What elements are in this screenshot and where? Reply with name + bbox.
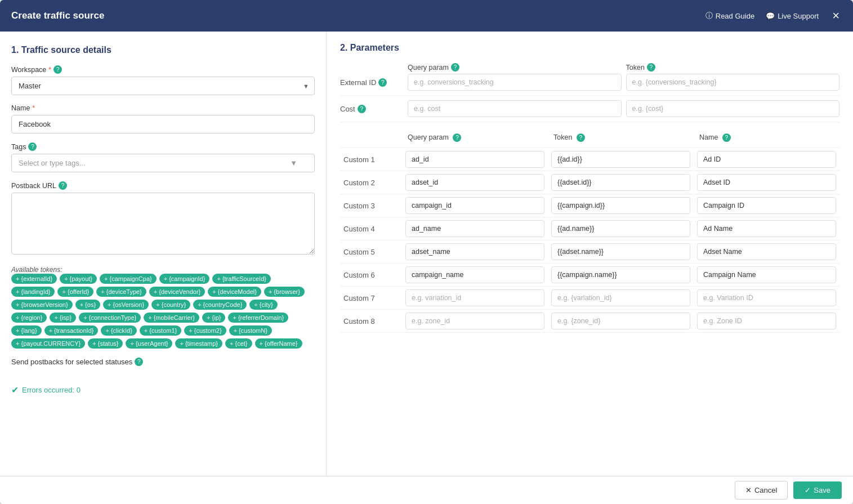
token-badge[interactable]: + {deviceVendor} (149, 287, 206, 297)
custom-8-name-input[interactable] (697, 313, 836, 329)
token-badge[interactable]: + {osVersion} (103, 300, 149, 310)
name-input[interactable] (11, 115, 315, 133)
workspace-select[interactable]: Master (11, 77, 315, 95)
close-button[interactable]: × (830, 10, 842, 22)
th-token-help-icon[interactable]: ? (577, 133, 585, 142)
cost-label: Cost ? (340, 105, 408, 113)
external-id-help-icon[interactable]: ? (378, 78, 387, 87)
token-badge[interactable]: + {externalId} (11, 274, 57, 284)
custom-4-name-input[interactable] (697, 220, 836, 237)
modal-title: Create traffic source (11, 10, 104, 21)
token-badge[interactable]: + {deviceType} (96, 287, 146, 297)
custom-2-token-input[interactable] (551, 174, 690, 191)
th-name-help-icon[interactable]: ? (722, 133, 731, 142)
token-badge[interactable]: + {os} (75, 300, 100, 310)
token-badge[interactable]: + {campaignId} (159, 274, 210, 284)
custom-1-token-input[interactable] (551, 151, 690, 168)
workspace-select-wrapper: Master ▼ (11, 77, 315, 95)
token-badge[interactable]: + {payout.CURRENCY} (11, 338, 85, 349)
tags-help-icon[interactable]: ? (28, 142, 37, 151)
token-badge[interactable]: + {campaignCpa} (100, 274, 157, 284)
custom-3-name-input[interactable] (697, 197, 836, 214)
token-badge[interactable]: + {custom1} (140, 325, 181, 336)
token-badge[interactable]: + {lang} (11, 325, 42, 336)
token-badge[interactable]: + {region} (11, 313, 47, 323)
token-badge[interactable]: + {offerId} (57, 287, 93, 297)
token-badge[interactable]: + {payout} (60, 274, 97, 284)
custom-5-name-input[interactable] (697, 243, 836, 260)
custom-1-name-input[interactable] (697, 151, 836, 168)
top-header-labels: Query param ? Token ? (408, 63, 839, 72)
postback-textarea[interactable] (11, 193, 315, 255)
custom-4-token-input[interactable] (551, 220, 690, 237)
tags-arrow-icon: ▼ (290, 159, 297, 167)
token-badge[interactable]: + {transactionId} (44, 325, 99, 336)
token-badge[interactable]: + {timestamp} (175, 338, 222, 349)
token-badge[interactable]: + {connectionType} (79, 313, 141, 323)
custom-5-token-input[interactable] (551, 243, 690, 260)
token-badge[interactable]: + {customN} (229, 325, 272, 336)
token-badge[interactable]: + {isp} (50, 313, 76, 323)
postback-label: Postback URL ? (11, 181, 315, 190)
custom-3-token-input[interactable] (551, 197, 690, 214)
token-badge[interactable]: + {clickId} (101, 325, 136, 336)
custom-6-token-input[interactable] (551, 266, 690, 283)
workspace-help-icon[interactable]: ? (53, 65, 62, 74)
token-badge[interactable]: + {browser} (264, 287, 305, 297)
cost-query-param-input[interactable] (408, 100, 622, 117)
custom-5-qp-input[interactable] (405, 243, 544, 260)
token-badge[interactable]: + {mobileCarrier} (144, 313, 199, 323)
custom-6-name-input[interactable] (697, 266, 836, 283)
cost-help-icon[interactable]: ? (358, 105, 366, 113)
read-guide-button[interactable]: ⓘ Read Guide (705, 11, 754, 21)
custom-1-qp-input[interactable] (405, 151, 544, 168)
save-icon: ✓ (805, 486, 811, 494)
params-table-header: Query param ? Token ? Name ? (340, 130, 839, 148)
token-badge[interactable]: + {cet} (225, 338, 252, 349)
live-support-button[interactable]: 💬 Live Support (766, 12, 819, 20)
custom-2-name-input[interactable] (697, 174, 836, 191)
modal-body: 1. Traffic source details Workspace* ? M… (0, 32, 853, 476)
custom-2-qp-input[interactable] (405, 174, 544, 191)
token-badge[interactable]: + {browserVersion} (11, 300, 73, 310)
cancel-button[interactable]: ✕ Cancel (735, 481, 788, 499)
tags-input[interactable]: Select or type tags... ▼ (11, 154, 315, 172)
params-title: 2. Parameters (340, 43, 839, 53)
custom-7-token-input[interactable] (551, 289, 690, 306)
token-badge[interactable]: + {referrerDomain} (228, 313, 288, 323)
token-badge[interactable]: + {countryCode} (193, 300, 247, 310)
tags-group: Tags ? Select or type tags... ▼ (11, 142, 315, 172)
token-badge[interactable]: + {status} (88, 338, 123, 349)
custom-7-qp-input[interactable] (405, 289, 544, 306)
token-badge[interactable]: + {trafficSourceId} (212, 274, 271, 284)
custom-label-3: Custom 3 (340, 194, 402, 217)
custom-3-qp-input[interactable] (405, 197, 544, 214)
cancel-icon: ✕ (745, 486, 752, 494)
custom-name-cell-5 (694, 240, 839, 264)
token-badge[interactable]: + {country} (151, 300, 190, 310)
token-badge[interactable]: + {city} (249, 300, 277, 310)
save-button[interactable]: ✓ Save (793, 481, 842, 499)
send-postbacks-help-icon[interactable]: ? (135, 358, 143, 366)
custom-4-qp-input[interactable] (405, 220, 544, 237)
custom-name-cell-8 (694, 310, 839, 333)
token-badge[interactable]: + {deviceModel} (208, 287, 261, 297)
query-param-help-icon[interactable]: ? (451, 63, 459, 72)
custom-8-qp-input[interactable] (405, 313, 544, 329)
th-qp-help-icon[interactable]: ? (453, 133, 461, 142)
custom-8-token-input[interactable] (551, 313, 690, 329)
custom-7-name-input[interactable] (697, 289, 836, 306)
cost-token-input[interactable] (626, 100, 840, 117)
token-badge[interactable]: + {ip} (202, 313, 225, 323)
custom-6-qp-input[interactable] (405, 266, 544, 283)
token-help-icon[interactable]: ? (647, 63, 655, 72)
modal-header: Create traffic source ⓘ Read Guide 💬 Liv… (0, 0, 853, 32)
token-badge[interactable]: + {custom2} (184, 325, 226, 336)
postback-help-icon[interactable]: ? (59, 181, 67, 190)
custom-name-cell-2 (694, 171, 839, 194)
token-badge[interactable]: + {offerName} (255, 338, 302, 349)
token-badge[interactable]: + {userAgent} (126, 338, 172, 349)
external-id-token-input[interactable] (626, 74, 840, 91)
external-id-query-param-input[interactable] (408, 74, 622, 91)
token-badge[interactable]: + {landingId} (11, 287, 55, 297)
